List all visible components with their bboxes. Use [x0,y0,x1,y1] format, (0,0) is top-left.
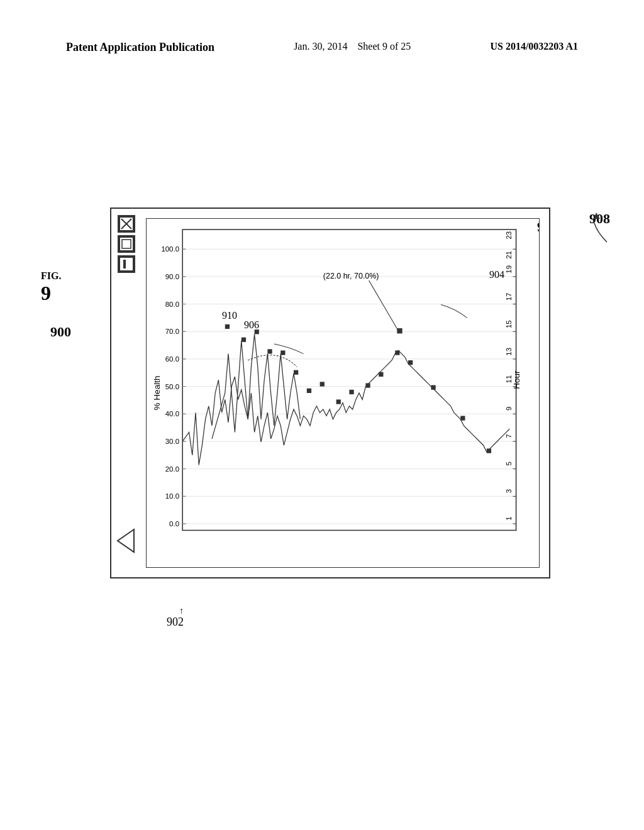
svg-rect-69 [294,370,298,375]
svg-rect-65 [242,338,246,342]
svg-text:21: 21 [505,251,513,259]
svg-text:40.0: 40.0 [165,410,179,418]
svg-text:30.0: 30.0 [165,438,179,445]
svg-text:70.0: 70.0 [165,328,179,335]
svg-text:80.0: 80.0 [165,301,179,308]
device-frame: 908 0.0 10.0 20.0 30.0 40.0 50.0 60.0 70… [110,208,550,578]
sheet-number: Sheet 9 of 25 [357,41,411,52]
y-axis-label: % Health [152,376,162,411]
ref-902-arrow: ↑ [179,606,184,616]
chart-annotation: (22.0 hr, 70.0%) [323,272,379,280]
svg-text:19: 19 [505,265,513,274]
chart-svg: 0.0 10.0 20.0 30.0 40.0 50.0 60.0 70.0 8… [147,219,539,567]
figure-label: FIG. 9 [41,270,61,305]
svg-rect-78 [431,385,435,390]
chart-area: 908 0.0 10.0 20.0 30.0 40.0 50.0 60.0 70… [146,218,540,568]
svg-rect-75 [379,372,383,377]
patent-number: US 2014/0032203 A1 [490,40,578,53]
ref-906: 906 [244,319,259,331]
svg-rect-73 [349,390,353,394]
y-label-0: 0.0 [169,520,179,528]
svg-text:7: 7 [505,434,513,438]
svg-rect-76 [395,350,399,355]
svg-text:20.0: 20.0 [165,465,179,473]
svg-rect-70 [307,389,311,393]
svg-rect-72 [336,399,341,404]
svg-text:9: 9 [505,407,513,411]
ref-902: 902 [167,616,184,629]
minimize-icon[interactable] [118,255,135,273]
svg-text:90.0: 90.0 [165,273,179,280]
svg-text:13: 13 [505,348,513,356]
ref-900: 900 [50,324,71,340]
maximize-icon[interactable] [118,235,135,253]
fig-number: 9 [41,282,61,305]
main-figure-area: 900 [110,208,588,597]
fig-text: FIG. [41,270,61,282]
svg-rect-5 [119,257,133,271]
publication-date: Jan. 30, 2014 [294,41,347,52]
svg-rect-77 [408,360,413,365]
ref-904: 904 [489,269,504,280]
svg-text:15: 15 [505,320,513,328]
svg-rect-74 [365,383,370,387]
svg-rect-81 [397,328,402,333]
svg-text:3: 3 [505,489,513,493]
svg-rect-71 [320,382,325,386]
svg-marker-83 [594,213,600,219]
date-sheet: Jan. 30, 2014 Sheet 9 of 25 [294,40,411,53]
svg-text:1: 1 [505,516,513,520]
svg-text:17: 17 [505,293,513,301]
svg-rect-64 [225,324,230,329]
svg-marker-7 [118,529,134,552]
svg-text:60.0: 60.0 [165,355,179,363]
svg-rect-67 [267,349,272,353]
back-button[interactable] [116,528,135,558]
svg-text:10.0: 10.0 [165,492,179,500]
ref-908-arrow [585,208,616,245]
svg-rect-80 [487,448,491,453]
status-bar [118,215,135,273]
svg-rect-6 [123,260,126,268]
svg-text:50.0: 50.0 [165,383,179,390]
svg-rect-4 [122,240,131,248]
svg-rect-79 [460,416,465,420]
svg-text:5: 5 [505,462,513,465]
svg-text:23: 23 [505,231,513,240]
svg-text:100.0: 100.0 [161,245,179,253]
ref-910: 910 [222,310,237,321]
page-header: Patent Application Publication Jan. 30, … [0,40,644,55]
svg-rect-68 [280,350,285,355]
publication-title: Patent Application Publication [66,40,214,55]
close-icon[interactable] [118,215,135,233]
